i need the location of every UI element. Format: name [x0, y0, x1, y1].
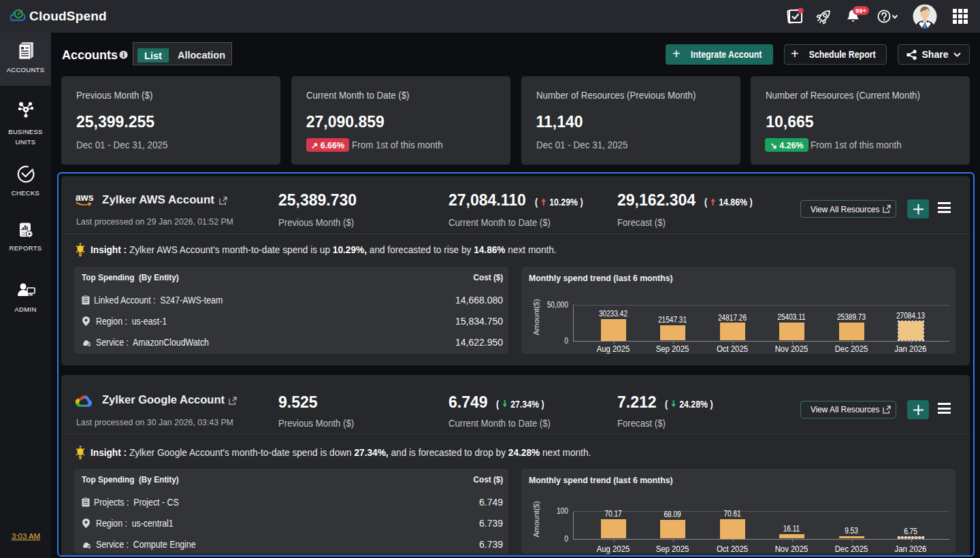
- svg-text:aws: aws: [76, 193, 94, 203]
